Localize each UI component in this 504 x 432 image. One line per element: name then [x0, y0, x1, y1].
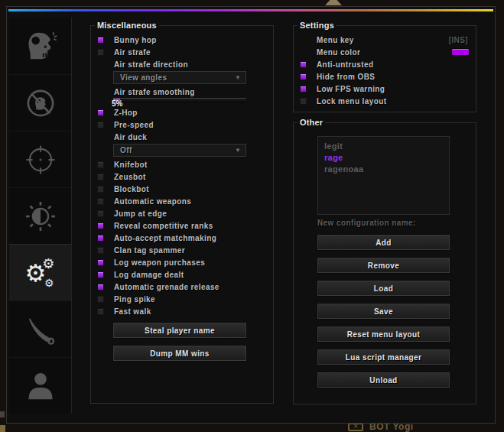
sidebar-tab-ragebot-skull[interactable]: [9, 18, 71, 74]
unload-button[interactable]: Unload: [317, 372, 450, 388]
sidebar-tab-antiaim-skull-off[interactable]: [9, 74, 71, 131]
reveal-competitive-ranks-checkbox[interactable]: [97, 222, 104, 229]
anti-untrusted-checkbox[interactable]: [300, 61, 307, 68]
sidebar-tab-player-model[interactable]: [9, 357, 71, 414]
knife-icon: [23, 312, 58, 347]
hide-from-obs-checkbox[interactable]: [300, 73, 307, 80]
knifebot-label: Knifebot: [114, 161, 148, 169]
legitbot-crosshair-icon: [23, 142, 58, 177]
sidebar: ⚙⚙⚙: [9, 18, 72, 414]
cheat-menu-window: ⚙⚙⚙ Miscellaneous Bunny hopAir strafeAir…: [6, 6, 496, 424]
antiaim-skull-off-icon: [23, 86, 58, 121]
z-hop-label: Z-Hop: [114, 109, 138, 117]
zeusbot-checkbox[interactable]: [97, 174, 104, 180]
load-button-label: Load: [374, 284, 394, 293]
jump-at-edge-label: Jump at edge: [114, 210, 167, 218]
low-fps-warning-label: Low FPS warning: [317, 85, 385, 93]
air-strafe-direction-label: Air strafe direction: [114, 60, 188, 69]
automatic-grenade-release-checkbox[interactable]: [97, 284, 104, 291]
settings-title: Settings: [298, 21, 337, 30]
air-duck-dropdown-value: Off: [120, 146, 132, 154]
jump-at-edge-row: Jump at edge: [91, 207, 273, 219]
config-listbox[interactable]: legitrageragenoaa: [317, 136, 450, 215]
air-strafe-smoothing-slider[interactable]: 5%: [113, 98, 246, 106]
bunny-hop-checkbox[interactable]: [97, 37, 104, 44]
air-duck-label: Air duck: [114, 133, 147, 141]
config-item-legit[interactable]: legit: [318, 141, 449, 152]
reveal-competitive-ranks-label: Reveal competitive ranks: [114, 222, 213, 230]
save-button[interactable]: Save: [317, 304, 450, 319]
chevron-down-icon: ▼: [235, 148, 241, 154]
low-fps-warning-checkbox[interactable]: [300, 86, 307, 93]
log-weapon-purchases-row: Log weapon purchases: [91, 256, 273, 268]
remove-button-label: Remove: [368, 261, 399, 270]
remove-button[interactable]: Remove: [317, 258, 450, 273]
air-strafe-smoothing-slider-track[interactable]: [113, 98, 246, 102]
auto-accept-matchmaking-checkbox[interactable]: [97, 235, 104, 242]
chevron-down-icon: ▼: [235, 75, 241, 81]
lua-script-manager-button[interactable]: Lua script manager: [317, 349, 450, 365]
sidebar-tab-visuals-brightness[interactable]: [9, 187, 71, 244]
bunny-hop-row: Bunny hop: [91, 34, 273, 46]
menu-color-swatch[interactable]: [451, 48, 470, 56]
fast-walk-row: Fast walk: [91, 305, 273, 317]
knifebot-checkbox[interactable]: [97, 161, 104, 168]
bunny-hop-label: Bunny hop: [114, 36, 157, 44]
background-fragment: [0, 425, 5, 432]
visuals-brightness-icon: [23, 199, 58, 234]
ragebot-skull-icon: [23, 28, 58, 63]
sidebar-tab-legitbot-crosshair[interactable]: [9, 131, 71, 187]
menu-key-value[interactable]: [INS]: [449, 36, 468, 44]
load-button[interactable]: Load: [317, 281, 450, 296]
ping-spike-label: Ping spike: [114, 295, 155, 304]
pre-speed-label: Pre-speed: [114, 121, 154, 129]
ping-spike-checkbox[interactable]: [97, 296, 104, 303]
save-button-label: Save: [374, 307, 393, 316]
jump-at-edge-checkbox[interactable]: [97, 210, 104, 217]
air-strafe-direction-dropdown[interactable]: View angles▼: [113, 71, 246, 84]
log-weapon-purchases-checkbox[interactable]: [97, 259, 104, 266]
air-strafe-label: Air strafe: [114, 48, 151, 57]
dump-mm-wins-button[interactable]: Dump MM wins: [113, 346, 246, 361]
air-strafe-direction-dropdown-value: View angles: [120, 73, 167, 82]
reset-menu-layout-button[interactable]: Reset menu layout: [317, 326, 450, 342]
kill-x-icon: ✕: [348, 423, 363, 431]
lock-menu-layout-checkbox[interactable]: [300, 98, 307, 105]
config-item-rage[interactable]: rage: [318, 152, 449, 164]
air-strafe-checkbox[interactable]: [97, 49, 104, 56]
miscellaneous-title: Miscellaneous: [95, 21, 159, 30]
automatic-grenade-release-label: Automatic grenade release: [114, 283, 219, 291]
air-duck-dropdown[interactable]: Off▼: [113, 144, 246, 157]
log-damage-dealt-row: Log damage dealt: [91, 268, 273, 281]
air-strafe-row: Air strafe: [91, 46, 273, 58]
air-strafe-smoothing-label: Air strafe smoothing: [114, 88, 195, 96]
background-fragment: [0, 411, 5, 417]
misc-gears-icon: ⚙⚙⚙: [22, 255, 59, 291]
sidebar-tab-knife[interactable]: [9, 300, 71, 357]
lock-menu-layout-label: Lock menu layout: [317, 97, 386, 106]
knifebot-row: Knifebot: [91, 158, 273, 171]
pre-speed-row: Pre-speed: [91, 119, 273, 131]
game-background: ✕ BOT Yogi ⚙⚙⚙ Miscellaneous Bunny hopAi…: [0, 0, 504, 432]
steal-player-name-button[interactable]: Steal player name: [113, 323, 246, 338]
log-damage-dealt-checkbox[interactable]: [97, 271, 104, 278]
blockbot-label: Blockbot: [114, 185, 149, 193]
log-damage-dealt-label: Log damage dealt: [114, 271, 184, 279]
add-button[interactable]: Add: [317, 235, 450, 250]
z-hop-checkbox[interactable]: [97, 109, 104, 116]
automatic-grenade-release-row: Automatic grenade release: [91, 281, 273, 293]
automatic-weapons-label: Automatic weapons: [114, 197, 191, 206]
fast-walk-checkbox[interactable]: [97, 308, 104, 315]
automatic-weapons-checkbox[interactable]: [97, 198, 104, 205]
menu-key-row: Menu key[INS]: [294, 34, 476, 46]
anti-untrusted-label: Anti-untrusted: [317, 60, 373, 69]
settings-groupbox: Settings Menu key[INS]Menu colorAnti-unt…: [293, 25, 476, 112]
clan-tag-spammer-checkbox[interactable]: [97, 247, 104, 254]
config-item-ragenoaa[interactable]: ragenoaa: [318, 164, 449, 175]
sidebar-tab-misc-gears[interactable]: ⚙⚙⚙: [9, 244, 71, 300]
reveal-competitive-ranks-row: Reveal competitive ranks: [91, 219, 273, 232]
menu-key-label: Menu key: [300, 36, 354, 44]
ping-spike-row: Ping spike: [91, 293, 273, 305]
blockbot-checkbox[interactable]: [97, 186, 104, 193]
pre-speed-checkbox[interactable]: [97, 122, 104, 128]
